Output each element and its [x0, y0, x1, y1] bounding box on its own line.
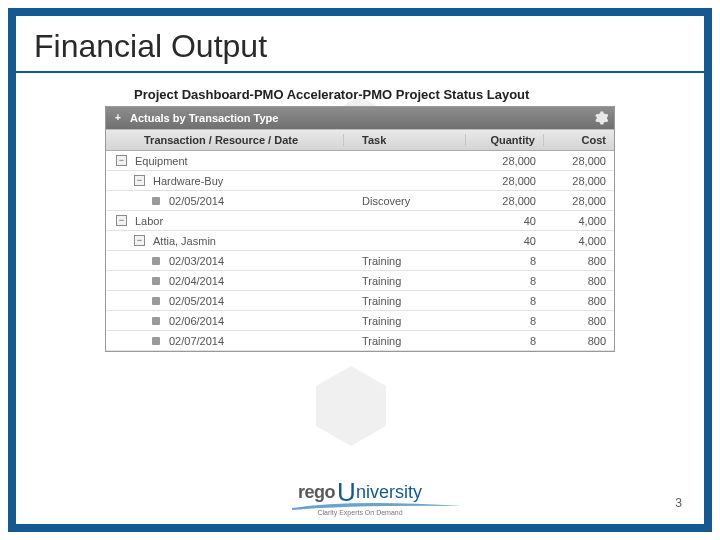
row-cost: 28,000 — [544, 195, 614, 207]
row-cost: 800 — [544, 275, 614, 287]
row-label: 02/07/2014 — [169, 335, 224, 347]
leaf-icon — [152, 277, 160, 285]
row-quantity: 28,000 — [466, 175, 544, 187]
table-row[interactable]: 02/05/2014Discovery28,00028,000 — [106, 191, 614, 211]
row-label: 02/03/2014 — [169, 255, 224, 267]
table-row[interactable]: 02/05/2014Training8800 — [106, 291, 614, 311]
row-task: Training — [356, 335, 466, 347]
footer: rego University Clarity Experts On Deman… — [16, 474, 704, 516]
row-quantity: 40 — [466, 235, 544, 247]
collapse-toggle-icon[interactable]: − — [116, 155, 127, 166]
row-label: Equipment — [135, 155, 188, 167]
row-quantity: 8 — [466, 295, 544, 307]
logo-niversity: niversity — [356, 482, 422, 502]
table-row[interactable]: 02/04/2014Training8800 — [106, 271, 614, 291]
row-label: 02/05/2014 — [169, 295, 224, 307]
row-quantity: 28,000 — [466, 195, 544, 207]
leaf-icon — [152, 337, 160, 345]
leaf-icon — [152, 257, 160, 265]
row-cost: 28,000 — [544, 175, 614, 187]
leaf-icon — [152, 317, 160, 325]
slide-title: Financial Output — [16, 16, 704, 71]
col-cost[interactable]: Cost — [544, 134, 614, 146]
row-quantity: 28,000 — [466, 155, 544, 167]
table-row[interactable]: −Hardware-Buy28,00028,000 — [106, 171, 614, 191]
row-task: Training — [356, 315, 466, 327]
column-header-row: Transaction / Resource / Date Task Quant… — [106, 129, 614, 151]
col-name[interactable]: Transaction / Resource / Date — [106, 134, 344, 146]
table-row[interactable]: 02/03/2014Training8800 — [106, 251, 614, 271]
table-row[interactable]: −Equipment28,00028,000 — [106, 151, 614, 171]
leaf-icon — [152, 297, 160, 305]
widget-subtitle: Project Dashboard-PMO Accelerator-PMO Pr… — [134, 87, 686, 102]
swoosh-icon — [292, 501, 462, 511]
row-label: Hardware-Buy — [153, 175, 223, 187]
row-label: Attia, Jasmin — [153, 235, 216, 247]
col-quantity[interactable]: Quantity — [466, 134, 544, 146]
row-cost: 28,000 — [544, 155, 614, 167]
row-task: Training — [356, 275, 466, 287]
rego-university-logo: rego University — [298, 474, 422, 505]
row-task: Training — [356, 295, 466, 307]
col-task[interactable]: Task — [356, 134, 466, 146]
row-label: 02/05/2014 — [169, 195, 224, 207]
row-task: Training — [356, 255, 466, 267]
row-quantity: 8 — [466, 255, 544, 267]
expand-all-icon[interactable]: + — [112, 112, 124, 124]
table-row[interactable]: −Labor404,000 — [106, 211, 614, 231]
row-quantity: 8 — [466, 275, 544, 287]
row-label: Labor — [135, 215, 163, 227]
table-row[interactable]: 02/07/2014Training8800 — [106, 331, 614, 351]
row-cost: 800 — [544, 335, 614, 347]
row-quantity: 8 — [466, 315, 544, 327]
actuals-widget: + Actuals by Transaction Type Transactio… — [105, 106, 615, 352]
row-cost: 800 — [544, 315, 614, 327]
row-cost: 4,000 — [544, 215, 614, 227]
gear-icon[interactable] — [594, 111, 608, 125]
rows-container: −Equipment28,00028,000−Hardware-Buy28,00… — [106, 151, 614, 351]
collapse-toggle-icon[interactable]: − — [134, 175, 145, 186]
row-quantity: 40 — [466, 215, 544, 227]
logo-rego-text: rego — [298, 482, 335, 503]
row-task: Discovery — [356, 195, 466, 207]
collapse-toggle-icon[interactable]: − — [116, 215, 127, 226]
row-label: 02/06/2014 — [169, 315, 224, 327]
title-underline — [16, 71, 704, 73]
row-cost: 800 — [544, 255, 614, 267]
leaf-icon — [152, 197, 160, 205]
table-row[interactable]: −Attia, Jasmin404,000 — [106, 231, 614, 251]
row-label: 02/04/2014 — [169, 275, 224, 287]
collapse-toggle-icon[interactable]: − — [134, 235, 145, 246]
row-quantity: 8 — [466, 335, 544, 347]
table-row[interactable]: 02/06/2014Training8800 — [106, 311, 614, 331]
widget-title: Actuals by Transaction Type — [130, 112, 278, 124]
row-cost: 800 — [544, 295, 614, 307]
widget-header: + Actuals by Transaction Type — [106, 107, 614, 129]
row-cost: 4,000 — [544, 235, 614, 247]
